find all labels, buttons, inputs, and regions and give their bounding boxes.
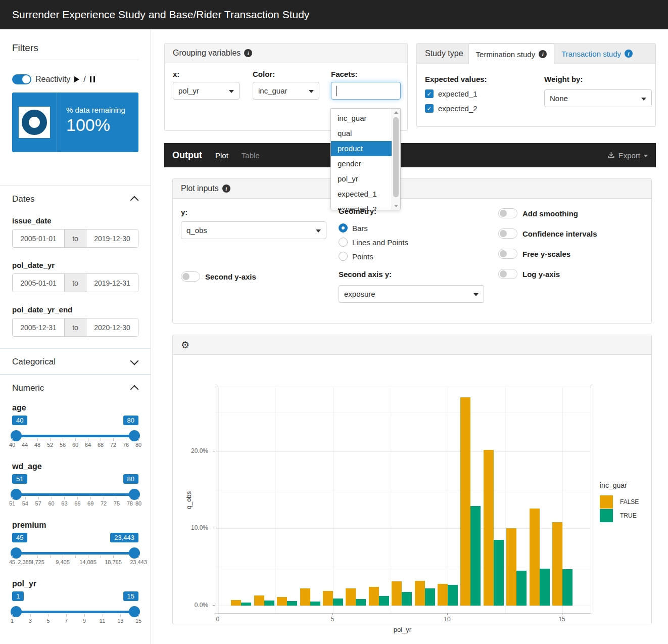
- checkbox-row-expected-1[interactable]: ✓ expected_1: [425, 89, 487, 98]
- date-from-input[interactable]: 2005-01-01: [13, 274, 64, 292]
- slider-premium[interactable]: premium4523,443452,3854,7259,40514,08518…: [12, 521, 138, 568]
- slider-from-badge: 45: [12, 533, 27, 542]
- sliders-container: age40804044485256606468727680wd_age51805…: [12, 403, 138, 627]
- numeric-section-header[interactable]: Numeric: [12, 375, 138, 400]
- bar-false-13: [506, 528, 516, 606]
- y-axis-ticks: 0.0%10.0%20.0%: [173, 387, 212, 613]
- x-label: x:: [173, 70, 240, 78]
- dates-section-header[interactable]: Dates: [12, 186, 138, 211]
- radio-points[interactable]: Points: [339, 252, 373, 261]
- second-y-axis-toggle-row[interactable]: Second y-axis: [181, 271, 256, 282]
- radio-unselected-icon[interactable]: [339, 252, 348, 261]
- facets-input[interactable]: [331, 82, 401, 100]
- slider-ticks: 452,3854,7259,40514,08518,76523,443: [12, 555, 138, 568]
- download-icon: [607, 152, 615, 159]
- log-y-axis-toggle-row[interactable]: Log y-axis: [498, 269, 560, 279]
- confidence-intervals-toggle[interactable]: [498, 228, 517, 239]
- checkbox-checked-icon[interactable]: ✓: [425, 104, 434, 113]
- radio-bars[interactable]: Bars: [339, 223, 368, 233]
- date-to-input[interactable]: 2019-12-30: [86, 229, 138, 247]
- dropdown-option-inc_guar[interactable]: inc_guar: [331, 111, 400, 126]
- add-smoothing-toggle[interactable]: [498, 208, 517, 218]
- radio-lines-and-points[interactable]: Lines and Points: [339, 238, 408, 247]
- date-to-input[interactable]: 2019-12-31: [86, 274, 138, 292]
- study-type-label: Study type: [417, 43, 463, 64]
- tab-transaction-study[interactable]: Transaction study i: [554, 43, 640, 64]
- y-tick-label: 0.0%: [195, 602, 208, 609]
- bar-true-2: [264, 601, 274, 606]
- slider-track[interactable]: [12, 493, 138, 496]
- slider-track[interactable]: [12, 435, 138, 437]
- date-from-input[interactable]: 2005-12-31: [13, 318, 64, 336]
- tab-table[interactable]: Table: [242, 151, 260, 160]
- x-tick-label: 10: [444, 616, 450, 623]
- info-icon[interactable]: i: [539, 50, 547, 58]
- facets-dropdown: inc_guarqualproductgenderpol_yrexpected_…: [330, 108, 401, 210]
- scroll-down-icon[interactable]: [392, 202, 400, 210]
- y-select[interactable]: q_obs: [181, 221, 326, 239]
- weight-by-select[interactable]: None: [544, 89, 652, 107]
- reactivity-row: Reactivity /: [12, 74, 138, 84]
- chart-card: ⚙ q_obs 0.0%10.0%20.0% 051015 pol_yr inc…: [172, 335, 652, 624]
- second-axis-y-label: Second axis y:: [339, 270, 392, 279]
- dropdown-option-product[interactable]: product: [331, 141, 400, 156]
- info-icon[interactable]: i: [625, 50, 633, 58]
- play-icon[interactable]: [74, 76, 79, 82]
- slider-track[interactable]: [12, 611, 138, 613]
- add-smoothing-toggle-row[interactable]: Add smoothing: [498, 208, 578, 218]
- dropdown-option-gender[interactable]: gender: [331, 156, 400, 171]
- plot-panel: [215, 387, 591, 614]
- slider-wd_age[interactable]: wd_age51805154576063666972757880: [12, 462, 138, 510]
- second-axis-y-select[interactable]: exposure: [339, 285, 484, 303]
- output-bar: Output Plot Table Export: [164, 143, 656, 167]
- date-to-separator: to: [64, 229, 86, 247]
- slider-pol_yr[interactable]: pol_yr11513579111315: [12, 579, 138, 627]
- free-y-scales-toggle[interactable]: [498, 249, 517, 259]
- bar-false-14: [530, 509, 540, 606]
- bar-true-7: [379, 596, 389, 606]
- gridline: [215, 606, 591, 606]
- info-icon[interactable]: i: [244, 49, 252, 57]
- legend-title: inc_guar: [600, 481, 639, 489]
- scroll-up-icon[interactable]: [392, 109, 400, 116]
- tab-termination-study[interactable]: Termination study i: [468, 43, 555, 64]
- slider-track[interactable]: [12, 552, 138, 555]
- bar-true-12: [494, 540, 504, 606]
- info-icon[interactable]: i: [222, 185, 230, 193]
- weight-by-label: Weight by:: [544, 75, 652, 83]
- gridline: [505, 387, 506, 613]
- dropdown-option-expected_2[interactable]: expected_2: [331, 202, 400, 210]
- gridline: [275, 387, 276, 613]
- categorical-section-header[interactable]: Categorical: [12, 349, 138, 374]
- slider-from-badge: 40: [12, 416, 27, 425]
- gear-icon[interactable]: ⚙: [181, 339, 189, 351]
- reactivity-toggle[interactable]: [12, 74, 31, 84]
- radio-selected-icon[interactable]: [339, 223, 348, 233]
- export-button[interactable]: Export: [607, 151, 648, 160]
- x-select[interactable]: pol_yr: [173, 82, 240, 100]
- log-y-axis-toggle[interactable]: [498, 269, 517, 279]
- app-header: Surrender Experience Study and Base/Ride…: [0, 0, 668, 29]
- dropdown-option-qual[interactable]: qual: [331, 126, 400, 141]
- slider-age[interactable]: age40804044485256606468727680: [12, 403, 138, 451]
- date-from-input[interactable]: 2005-01-01: [13, 229, 64, 247]
- checkbox-checked-icon[interactable]: ✓: [425, 89, 434, 98]
- caret-down-icon: [473, 293, 479, 296]
- tab-plot[interactable]: Plot: [215, 151, 228, 160]
- dropdown-option-expected_1[interactable]: expected_1: [331, 187, 400, 202]
- date-to-input[interactable]: 2020-12-30: [86, 318, 138, 336]
- second-y-axis-toggle[interactable]: [181, 271, 200, 282]
- date-field-name: pol_date_yr: [12, 261, 138, 269]
- plot-inputs-header: Plot inputs i: [173, 179, 651, 199]
- bar-false-15: [552, 522, 562, 606]
- pause-icon[interactable]: [90, 76, 95, 82]
- radio-unselected-icon[interactable]: [339, 238, 348, 247]
- slider-ticks: 4044485256606468727680: [12, 438, 138, 451]
- free-y-scales-toggle-row[interactable]: Free y-scales: [498, 249, 570, 259]
- color-select[interactable]: inc_guar: [253, 82, 319, 100]
- dropdown-scrollbar[interactable]: [392, 109, 400, 210]
- checkbox-row-expected-2[interactable]: ✓ expected_2: [425, 104, 487, 113]
- dropdown-option-pol_yr[interactable]: pol_yr: [331, 171, 400, 187]
- scrollbar-thumb[interactable]: [393, 117, 399, 197]
- confidence-intervals-toggle-row[interactable]: Confidence intervals: [498, 228, 597, 239]
